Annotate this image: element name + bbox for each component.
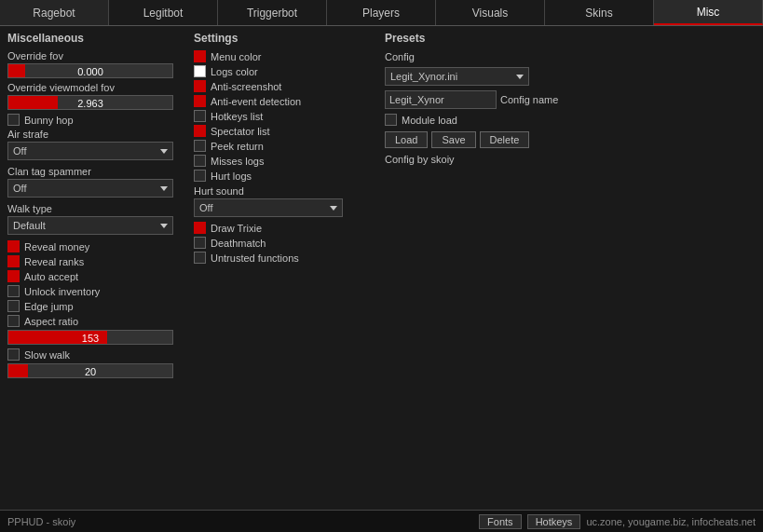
edge-jump-checkbox[interactable] xyxy=(7,300,20,312)
auto-accept-checkbox[interactable] xyxy=(7,270,20,282)
peek-return-label: Peek return xyxy=(211,141,264,152)
walk-type-label: Walk type xyxy=(7,203,184,214)
hurt-sound-label: Hurt sound xyxy=(194,185,375,197)
draw-trixie-checkbox[interactable] xyxy=(194,222,206,234)
unlock-inventory-checkbox[interactable] xyxy=(7,285,20,297)
right-column: Presets Config Legit_Xynor.ini Config na… xyxy=(385,32,756,504)
clan-tag-spammer-label: Clan tag spammer xyxy=(7,166,184,177)
override-viewmodel-fov-slider[interactable]: 2.963 xyxy=(7,95,173,110)
nav-misc[interactable]: Misc xyxy=(654,0,763,25)
fonts-button[interactable]: Fonts xyxy=(479,514,522,529)
override-viewmodel-fov-container: Override viewmodel fov 2.963 xyxy=(7,82,184,110)
reveal-ranks-checkbox[interactable] xyxy=(7,255,20,267)
logs-color-checkbox[interactable] xyxy=(194,65,206,77)
bunny-hop-label: Bunny hop xyxy=(24,115,74,126)
hotkeys-button[interactable]: Hotkeys xyxy=(527,514,581,529)
untrusted-functions-row[interactable]: Untrusted functions xyxy=(194,252,375,264)
reveal-money-row[interactable]: Reveal money xyxy=(7,240,184,252)
delete-button[interactable]: Delete xyxy=(480,131,530,148)
config-label-text: Config xyxy=(385,51,415,62)
menu-color-label: Menu color xyxy=(211,51,261,62)
unlock-inventory-row[interactable]: Unlock inventory xyxy=(7,285,184,297)
anti-event-detection-row[interactable]: Anti-event detection xyxy=(194,95,375,107)
config-file-dropdown[interactable]: Legit_Xynor.ini xyxy=(385,67,529,86)
hurt-sound-value: Off xyxy=(199,202,212,213)
nav-skins[interactable]: Skins xyxy=(545,0,654,25)
reveal-ranks-row[interactable]: Reveal ranks xyxy=(7,255,184,267)
clan-tag-spammer-dropdown[interactable]: Off xyxy=(7,179,173,198)
top-navigation: Ragebot Legitbot Triggerbot Players Visu… xyxy=(0,0,763,26)
logs-color-row[interactable]: Logs color xyxy=(194,65,375,77)
module-load-label: Module load xyxy=(402,115,457,126)
auto-accept-row[interactable]: Auto accept xyxy=(7,270,184,282)
config-buttons: Load Save Delete xyxy=(385,131,756,148)
override-fov-container: Override fov 0.000 xyxy=(7,50,184,78)
config-file-value: Legit_Xynor.ini xyxy=(390,71,457,82)
hotkeys-list-checkbox[interactable] xyxy=(194,110,206,122)
anti-event-detection-checkbox[interactable] xyxy=(194,95,206,107)
menu-color-row[interactable]: Menu color xyxy=(194,50,375,62)
clan-tag-spammer-value: Off xyxy=(13,183,26,194)
unlock-inventory-label: Unlock inventory xyxy=(24,286,100,297)
anti-screenshot-checkbox[interactable] xyxy=(194,80,206,92)
spectator-list-label: Spectator list xyxy=(211,126,270,137)
module-load-row[interactable]: Module load xyxy=(385,114,756,126)
walk-type-dropdown[interactable]: Default xyxy=(7,216,173,235)
hotkeys-list-label: Hotkeys list xyxy=(211,111,263,122)
config-label: Config xyxy=(385,50,756,63)
hotkeys-list-row[interactable]: Hotkeys list xyxy=(194,110,375,122)
hurt-sound-dropdown[interactable]: Off xyxy=(194,198,343,217)
edge-jump-row[interactable]: Edge jump xyxy=(7,300,184,312)
slow-walk-row[interactable]: Slow walk xyxy=(7,348,184,361)
air-strafe-value: Off xyxy=(13,145,26,157)
nav-ragebot[interactable]: Ragebot xyxy=(0,0,109,25)
hurt-logs-checkbox[interactable] xyxy=(194,170,206,182)
bottom-bar: PPHUD - skoiy Fonts Hotkeys uc.zone, you… xyxy=(0,510,763,532)
nav-visuals[interactable]: Visuals xyxy=(436,0,545,25)
misses-logs-row[interactable]: Misses logs xyxy=(194,155,375,167)
bunny-hop-row[interactable]: Bunny hop xyxy=(7,114,184,126)
spectator-list-row[interactable]: Spectator list xyxy=(194,125,375,137)
module-load-checkbox[interactable] xyxy=(385,114,397,126)
anti-screenshot-row[interactable]: Anti-screenshot xyxy=(194,80,375,92)
menu-color-checkbox[interactable] xyxy=(194,50,206,62)
override-fov-slider[interactable]: 0.000 xyxy=(7,63,173,78)
nav-legitbot[interactable]: Legitbot xyxy=(109,0,218,25)
right-section-title: Presets xyxy=(385,32,756,45)
peek-return-checkbox[interactable] xyxy=(194,140,206,152)
load-button[interactable]: Load xyxy=(385,131,428,148)
aspect-ratio-slider[interactable]: 153 xyxy=(7,330,173,345)
nav-players[interactable]: Players xyxy=(327,0,436,25)
override-viewmodel-fov-value: 2.963 xyxy=(8,96,172,111)
anti-event-detection-label: Anti-event detection xyxy=(211,96,301,107)
misses-logs-checkbox[interactable] xyxy=(194,155,206,167)
mid-column: Settings Menu color Logs color Anti-scre… xyxy=(194,32,375,504)
reveal-ranks-label: Reveal ranks xyxy=(24,256,84,267)
draw-trixie-row[interactable]: Draw Trixie xyxy=(194,222,375,234)
deathmatch-checkbox[interactable] xyxy=(194,237,206,249)
deathmatch-label: Deathmatch xyxy=(211,238,266,249)
aspect-ratio-checkbox[interactable] xyxy=(7,315,20,327)
spectator-list-checkbox[interactable] xyxy=(194,125,206,137)
misses-logs-label: Misses logs xyxy=(211,156,264,167)
slow-walk-slider[interactable]: 20 xyxy=(7,363,173,378)
bunny-hop-checkbox[interactable] xyxy=(7,114,20,126)
save-button[interactable]: Save xyxy=(431,131,475,148)
air-strafe-dropdown[interactable]: Off xyxy=(7,142,173,160)
reveal-money-checkbox[interactable] xyxy=(7,240,20,252)
config-file-dropdown-arrow xyxy=(516,75,524,79)
untrusted-functions-checkbox[interactable] xyxy=(194,252,206,264)
deathmatch-row[interactable]: Deathmatch xyxy=(194,237,375,249)
peek-return-row[interactable]: Peek return xyxy=(194,140,375,152)
config-name-label: Config name xyxy=(500,94,558,105)
slow-walk-slider-container: 20 xyxy=(7,363,184,378)
edge-jump-label: Edge jump xyxy=(24,301,74,312)
config-name-input[interactable] xyxy=(385,90,497,109)
nav-triggerbot[interactable]: Triggerbot xyxy=(218,0,327,25)
hurt-logs-row[interactable]: Hurt logs xyxy=(194,170,375,182)
slow-walk-label: Slow walk xyxy=(24,349,70,361)
slow-walk-checkbox[interactable] xyxy=(7,348,20,361)
config-by-label: Config by skoiy xyxy=(385,154,756,165)
hurt-logs-label: Hurt logs xyxy=(211,171,252,182)
aspect-ratio-row[interactable]: Aspect ratio xyxy=(7,315,184,327)
